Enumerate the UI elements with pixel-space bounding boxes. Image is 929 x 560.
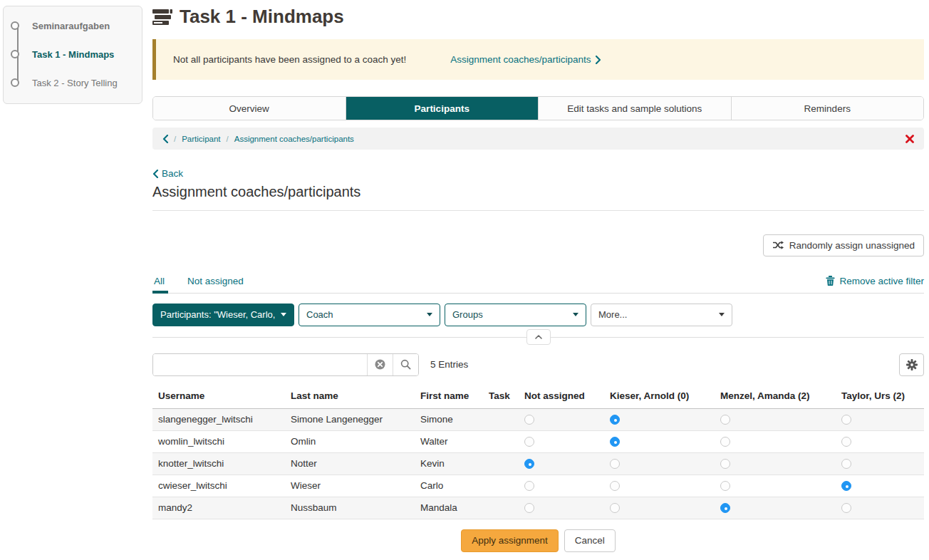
first-name-cell: Carlo	[415, 475, 483, 497]
chevron-down-icon	[719, 313, 725, 316]
chevron-left-icon[interactable]	[162, 135, 168, 143]
radio-cell-menzel	[715, 430, 836, 452]
col-username: Username	[152, 385, 285, 409]
tab-reminders[interactable]: Reminders	[732, 97, 924, 120]
task-cell	[483, 452, 519, 475]
col-coach-taylor: Taylor, Urs (2)	[836, 385, 924, 409]
sidebar-item-task2-storytelling[interactable]: Task 2 - Story Telling	[11, 73, 135, 92]
assign-radio-menzel[interactable]	[720, 437, 730, 447]
cancel-button[interactable]: Cancel	[564, 529, 616, 552]
search-button[interactable]	[393, 354, 418, 375]
radio-cell-not_assigned	[519, 452, 604, 475]
close-icon[interactable]	[905, 135, 914, 143]
assign-radio-taylor[interactable]	[841, 415, 851, 425]
filter-more-dropdown[interactable]: More...	[591, 304, 732, 326]
radio-cell-taylor	[836, 408, 924, 430]
assign-radio-taylor[interactable]	[841, 437, 851, 447]
assign-radio-not_assigned[interactable]	[524, 503, 534, 513]
filter-groups-dropdown[interactable]: Groups	[445, 304, 586, 326]
last-name-cell: Simone Langenegger	[285, 408, 415, 430]
search-input[interactable]	[153, 354, 367, 375]
assign-radio-taylor[interactable]	[841, 503, 851, 513]
assign-radio-kieser[interactable]	[610, 503, 620, 513]
warning-banner: Not all participants have been assigned …	[152, 39, 924, 80]
clear-circle-icon	[375, 359, 385, 370]
clear-search-button[interactable]	[367, 354, 393, 375]
last-name-cell: Nussbaum	[285, 497, 415, 519]
assign-radio-taylor[interactable]	[841, 459, 851, 469]
tab-overview[interactable]: Overview	[153, 97, 346, 120]
view-all[interactable]: All	[152, 276, 166, 293]
radio-cell-taylor	[836, 475, 924, 497]
filter-bar: Participants: "Wieser, Carlo, ... Coach …	[152, 304, 924, 326]
view-not-assigned[interactable]: Not assigned	[186, 276, 245, 293]
remove-filter-link[interactable]: Remove active filter	[826, 276, 924, 293]
collection-icon	[152, 8, 172, 26]
chevron-left-icon	[152, 170, 158, 178]
chevron-up-icon	[535, 335, 542, 339]
assign-radio-kieser[interactable]	[610, 481, 620, 491]
assign-radio-not_assigned[interactable]	[524, 415, 534, 425]
assign-radio-kieser[interactable]	[610, 437, 620, 447]
view-controls: All Not assigned Remove active filter	[152, 276, 924, 294]
col-coach-kieser: Kieser, Arnold (0)	[604, 385, 715, 409]
table-header-row: Username Last name First name Task Not a…	[152, 385, 924, 409]
trash-icon	[826, 276, 835, 286]
assign-radio-kieser[interactable]	[610, 459, 620, 469]
breadcrumb-item-participant[interactable]: Participant	[174, 135, 221, 143]
filter-participants-dropdown[interactable]: Participants: "Wieser, Carlo, ...	[152, 304, 294, 326]
table-settings-button[interactable]	[899, 353, 924, 376]
radio-cell-not_assigned	[519, 408, 604, 430]
tab-bar: Overview Participants Edit tasks and sam…	[152, 96, 924, 120]
participants-table: Username Last name First name Task Not a…	[152, 385, 924, 519]
col-not-assigned: Not assigned	[519, 385, 604, 409]
assign-radio-not_assigned[interactable]	[524, 481, 534, 491]
filter-coach-dropdown[interactable]: Coach	[299, 304, 440, 326]
assignment-link[interactable]: Assignment coaches/participants	[450, 54, 600, 65]
first-name-cell: Kevin	[415, 452, 483, 475]
username-cell: cwieser_lwitschi	[152, 475, 285, 497]
assignment-link-label: Assignment coaches/participants	[450, 54, 591, 65]
assign-radio-kieser[interactable]	[610, 415, 620, 425]
task-cell	[483, 430, 519, 452]
filter-participants-label: Participants: "Wieser, Carlo, ...	[160, 309, 276, 320]
radio-cell-kieser	[604, 497, 715, 519]
radio-cell-taylor	[836, 430, 924, 452]
radio-cell-not_assigned	[519, 497, 604, 519]
assign-radio-menzel[interactable]	[720, 503, 730, 513]
filter-more-label: More...	[598, 309, 715, 320]
task-cell	[483, 475, 519, 497]
tab-participants[interactable]: Participants	[346, 97, 539, 120]
tab-edit-tasks[interactable]: Edit tasks and sample solutions	[539, 97, 732, 120]
chevron-down-icon	[427, 313, 432, 316]
sidebar-item-label: Task 2 - Story Telling	[32, 78, 118, 88]
radio-cell-menzel	[715, 475, 836, 497]
radio-cell-taylor	[836, 497, 924, 519]
back-link-label: Back	[162, 168, 183, 179]
username-cell: mandy2	[152, 497, 285, 519]
col-task: Task	[483, 385, 519, 409]
assign-radio-menzel[interactable]	[720, 481, 730, 491]
randomly-assign-button[interactable]: Randomly assign unassigned	[763, 234, 924, 256]
radio-cell-kieser	[604, 408, 715, 430]
radio-cell-not_assigned	[519, 475, 604, 497]
radio-cell-menzel	[715, 452, 836, 475]
sidebar-item-task1-mindmaps[interactable]: Task 1 - Mindmaps	[11, 45, 135, 63]
breadcrumb-item-assignment[interactable]: Assignment coaches/participants	[227, 135, 354, 143]
sidebar-item-seminaraufgaben[interactable]: Seminaraufgaben	[11, 16, 135, 35]
assign-radio-not_assigned[interactable]	[524, 459, 534, 469]
assign-radio-menzel[interactable]	[720, 415, 730, 425]
table-row: mandy2NussbaumMandala	[152, 497, 924, 519]
entries-count: 5 Entries	[430, 359, 468, 370]
assign-radio-menzel[interactable]	[720, 459, 730, 469]
assign-radio-taylor[interactable]	[841, 481, 851, 491]
apply-assignment-button[interactable]: Apply assignment	[461, 529, 559, 552]
task-cell	[483, 408, 519, 430]
chevron-down-icon	[573, 313, 578, 316]
breadcrumb: Participant Assignment coaches/participa…	[152, 128, 924, 150]
back-link[interactable]: Back	[152, 168, 183, 179]
username-cell: knotter_lwitschi	[152, 452, 285, 475]
task-cell	[483, 497, 519, 519]
assign-radio-not_assigned[interactable]	[524, 437, 534, 447]
collapse-filter-button[interactable]	[526, 329, 551, 345]
